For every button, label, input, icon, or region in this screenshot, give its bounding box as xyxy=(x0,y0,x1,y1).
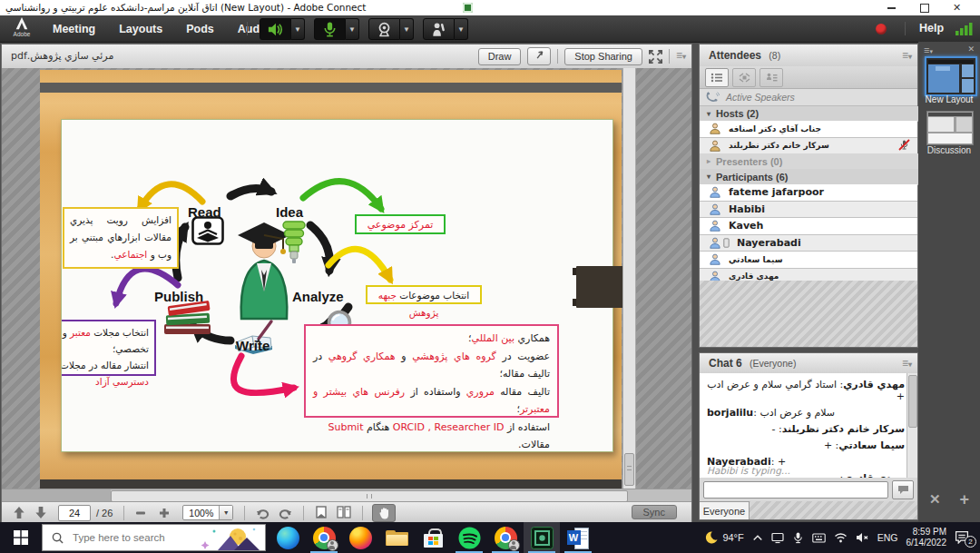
volume-muted-icon[interactable] xyxy=(856,532,869,543)
taskbar-app-chrome[interactable] xyxy=(487,522,524,553)
network-icon[interactable] xyxy=(834,532,848,543)
taskbar-app-edge[interactable] xyxy=(270,522,306,553)
host-row[interactable]: جناب آقاي دكتر اصنافه xyxy=(700,121,917,138)
host-row[interactable]: سركار خانم دكتر نظربلند xyxy=(700,138,917,155)
zoom-dropdown-icon[interactable]: ▼ xyxy=(219,506,232,519)
webcam-dropdown[interactable]: ▼ xyxy=(400,18,414,40)
chat-tab-everyone[interactable]: Everyone xyxy=(700,501,750,519)
draw-button[interactable]: Draw xyxy=(478,48,522,65)
zoom-out-icon[interactable] xyxy=(135,508,146,518)
participants-group-header[interactable]: ▾ Participants (6) xyxy=(700,169,925,185)
zoom-in-icon[interactable] xyxy=(159,508,170,518)
rotate-right-icon[interactable] xyxy=(279,507,292,519)
layout-label-discussion[interactable]: Discussion xyxy=(918,145,980,155)
divider xyxy=(303,506,304,520)
chat-scrollbar[interactable] xyxy=(906,373,917,478)
hand-tool-button[interactable] xyxy=(372,504,396,522)
chat-pod-menu-icon[interactable]: ≡▾ xyxy=(902,353,912,375)
connection-signal-icon[interactable] xyxy=(956,23,974,35)
microphone-button-group[interactable]: ▼ xyxy=(314,18,359,40)
layout-bar-menu-icon[interactable]: ≡▾ xyxy=(924,44,933,55)
participant-row[interactable]: Kaveh xyxy=(700,218,917,235)
sync-button[interactable]: Sync xyxy=(632,505,677,519)
collapse-icon[interactable]: ▾ xyxy=(707,110,710,118)
fullscreen-icon[interactable] xyxy=(649,50,662,64)
person-icon xyxy=(709,123,721,134)
menu-item-meeting[interactable]: Meeting xyxy=(53,23,95,35)
notification-center-button[interactable]: 2 xyxy=(955,529,975,546)
rotate-left-icon[interactable] xyxy=(256,507,270,519)
speaker-button-group[interactable]: ▼ xyxy=(260,18,305,40)
search-input[interactable] xyxy=(71,531,192,544)
taskbar-app-adobe-connect[interactable] xyxy=(524,522,560,553)
collapse-icon[interactable]: ▾ xyxy=(707,173,710,181)
text-segment: تخصصي؛ xyxy=(113,343,149,354)
text-segment: Submit xyxy=(328,421,363,433)
microphone-dropdown[interactable]: ▼ xyxy=(346,18,359,40)
participant-row[interactable]: Nayerabadi xyxy=(700,235,917,252)
taskbar-app-word[interactable]: W xyxy=(560,522,596,553)
taskbar-app-spotify[interactable] xyxy=(451,522,487,553)
help-menu[interactable]: Help xyxy=(919,22,944,35)
status-button-group[interactable]: ▼ xyxy=(423,18,468,40)
share-vertical-scrollbar-thumb[interactable] xyxy=(624,453,634,486)
page-number-input[interactable] xyxy=(58,505,91,521)
speaker-dropdown[interactable]: ▼ xyxy=(291,18,305,40)
menu-item-layouts[interactable]: Layouts xyxy=(119,23,162,35)
presenters-group-header[interactable]: ▸ Presenters (0) xyxy=(700,153,925,170)
participant-row[interactable]: fateme jafarpoor xyxy=(700,184,917,202)
visibility-box: افزايش رويت پذيري مقالات ابزارهاي مبتني … xyxy=(63,207,179,269)
previous-page-icon[interactable] xyxy=(13,506,25,519)
start-button[interactable] xyxy=(0,522,42,553)
status-dropdown[interactable]: ▼ xyxy=(455,18,468,40)
attendees-pod-menu-icon[interactable]: ≡▾ xyxy=(902,44,912,68)
show-hidden-icons-chevron[interactable] xyxy=(752,533,763,542)
attendee-status-view-button[interactable] xyxy=(760,68,783,87)
stop-sharing-button[interactable]: Stop Sharing xyxy=(564,48,642,65)
menu-item-pods[interactable]: Pods xyxy=(186,23,214,35)
microphone-tray-icon[interactable] xyxy=(792,531,804,544)
minimize-button[interactable] xyxy=(887,7,896,9)
page-layout-view-icon[interactable] xyxy=(337,506,351,519)
taskbar-app-store[interactable] xyxy=(415,522,451,553)
send-message-button[interactable] xyxy=(892,480,914,499)
taskbar-search[interactable] xyxy=(42,524,266,551)
single-page-view-icon[interactable] xyxy=(315,506,328,519)
language-indicator[interactable]: ENG xyxy=(877,532,898,543)
next-page-icon[interactable] xyxy=(34,506,47,519)
chat-pod: Chat 6 (Everyone) ≡▾ مهدي قادري: استاد گ… xyxy=(699,352,918,520)
layout-thumbnail-new-layout[interactable] xyxy=(925,56,977,96)
touch-keyboard-icon[interactable] xyxy=(812,532,826,544)
attendee-grid-view-button[interactable] xyxy=(732,68,756,87)
chat-input[interactable] xyxy=(703,481,888,499)
webcam-button-group[interactable]: ▼ xyxy=(368,18,414,40)
share-horizontal-scrollbar[interactable] xyxy=(2,489,691,501)
taskbar-app-file-explorer[interactable] xyxy=(378,522,415,553)
attendee-list-view-button[interactable] xyxy=(705,68,729,87)
chat-scrollbar-thumb[interactable] xyxy=(908,375,917,428)
pointer-tool-button[interactable] xyxy=(527,47,551,65)
layout-thumbnail-discussion[interactable] xyxy=(926,111,974,145)
participant-row[interactable]: سيما سعادتي xyxy=(700,252,917,269)
grid-view-icon xyxy=(739,73,750,83)
maximize-button[interactable] xyxy=(920,4,929,13)
layout-label-new-layout[interactable]: New Layout xyxy=(918,94,980,104)
taskbar-app-chrome[interactable] xyxy=(306,522,342,553)
attendee-name: Nayerabadi xyxy=(737,237,801,249)
weather-indicator[interactable]: 94°F xyxy=(704,530,743,545)
clock[interactable]: 8:59 PM 6/14/2022 xyxy=(906,527,947,548)
meet-now-icon[interactable] xyxy=(771,531,784,544)
taskbar-app-firefox[interactable] xyxy=(342,522,378,553)
layout-bar-close-icon[interactable]: ✕ xyxy=(967,44,975,54)
close-button[interactable]: ✕ xyxy=(953,1,961,15)
hand-icon xyxy=(378,507,390,519)
add-layout-icon[interactable]: + xyxy=(959,490,969,509)
collapse-icon[interactable]: ▸ xyxy=(707,157,710,165)
zoom-level-select[interactable]: 100% ▼ xyxy=(182,505,233,520)
delete-layout-icon[interactable]: ✕ xyxy=(929,491,941,508)
participant-row[interactable]: Habibi xyxy=(700,202,917,219)
share-vertical-scrollbar[interactable] xyxy=(622,68,636,489)
recording-indicator[interactable] xyxy=(876,24,887,35)
hosts-group-header[interactable]: ▾ Hosts (2) xyxy=(700,106,925,122)
share-pod-menu-icon[interactable]: ≡▾ xyxy=(676,44,686,68)
